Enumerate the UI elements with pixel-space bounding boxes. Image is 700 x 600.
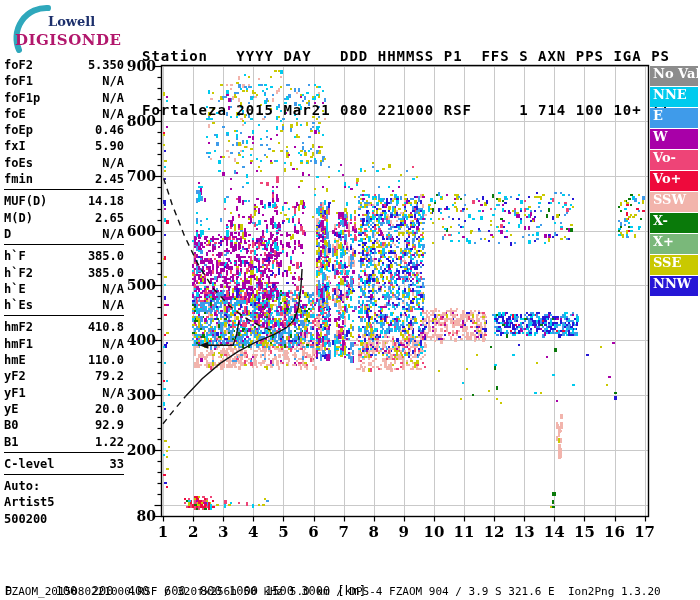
param-row: yF1N/A (4, 385, 124, 401)
param-value: N/A (102, 297, 124, 313)
param-label: fxI (4, 138, 26, 154)
param-label: D (4, 226, 11, 242)
param-label: foF1 (4, 73, 33, 89)
param-label: B0 (4, 417, 18, 433)
param-value: N/A (102, 155, 124, 171)
param-row: foF1pN/A (4, 90, 124, 106)
param-value: 410.8 (88, 319, 124, 335)
param-divider (4, 315, 124, 316)
param-label: Artist5 (4, 494, 55, 510)
color-legend: No ValNNEEWVo-Vo+SSWX-X+SSENNW (650, 66, 698, 297)
param-value: N/A (102, 226, 124, 242)
param-row: hmE110.0 (4, 352, 124, 368)
logo-digisonde-text: DIGISONDE (15, 31, 121, 49)
param-row: MUF(D)14.18 (4, 193, 124, 209)
param-divider (4, 189, 124, 190)
param-value: 5.90 (95, 138, 124, 154)
param-label: h`F (4, 248, 26, 264)
param-label: h`F2 (4, 265, 33, 281)
param-label: foE (4, 106, 26, 122)
param-label: foF1p (4, 90, 40, 106)
lowell-digisonde-logo: Lowell DIGISONDE (6, 4, 126, 54)
param-label: hmF1 (4, 336, 33, 352)
legend-item-NoVal: No Val (650, 66, 698, 86)
param-label: foF2 (4, 57, 33, 73)
param-value: 385.0 (88, 265, 124, 281)
legend-item-X-: X- (650, 213, 698, 233)
param-row: h`EsN/A (4, 297, 124, 313)
param-value: N/A (102, 106, 124, 122)
param-row: hmF2410.8 (4, 319, 124, 335)
param-value: N/A (102, 73, 124, 89)
param-row: h`F2385.0 (4, 265, 124, 281)
param-row: yE20.0 (4, 401, 124, 417)
param-label: h`E (4, 281, 26, 297)
param-label: MUF(D) (4, 193, 47, 209)
legend-item-SSW: SSW (650, 192, 698, 212)
param-row: foEp0.46 (4, 122, 124, 138)
param-row: hmF1N/A (4, 336, 124, 352)
param-label: hmF2 (4, 319, 33, 335)
param-value: 92.9 (95, 417, 124, 433)
param-row: foF1N/A (4, 73, 124, 89)
param-value: N/A (102, 385, 124, 401)
legend-item-NNE: NNE (650, 87, 698, 107)
legend-item-SSE: SSE (650, 255, 698, 275)
param-label: fmin (4, 171, 33, 187)
param-value: 20.0 (95, 401, 124, 417)
param-divider (4, 452, 124, 453)
param-row: B11.22 (4, 434, 124, 450)
legend-item-X+: X+ (650, 234, 698, 254)
header-line-1: Station YYYY DAY DDD HHMMSS P1 FFS S AXN… (142, 47, 670, 65)
param-row: fxI5.90 (4, 138, 124, 154)
param-row: B092.9 (4, 417, 124, 433)
param-row: foEsN/A (4, 155, 124, 171)
legend-item-Vo-: Vo- (650, 150, 698, 170)
param-label: B1 (4, 434, 18, 450)
param-row: DN/A (4, 226, 124, 242)
param-row: C-level33 (4, 456, 124, 472)
param-value: 79.2 (95, 368, 124, 384)
param-value: 385.0 (88, 248, 124, 264)
param-label: yE (4, 401, 18, 417)
param-row: foF25.350 (4, 57, 124, 73)
param-row: Auto: (4, 478, 124, 494)
param-row: h`EN/A (4, 281, 124, 297)
param-value: N/A (102, 281, 124, 297)
param-value: 2.45 (95, 171, 124, 187)
param-label: yF2 (4, 368, 26, 384)
param-divider (4, 244, 124, 245)
param-row: M(D)2.65 (4, 210, 124, 226)
param-label: foEs (4, 155, 33, 171)
param-label: M(D) (4, 210, 33, 226)
legend-item-W: W (650, 129, 698, 149)
param-value: N/A (102, 90, 124, 106)
param-label: yF1 (4, 385, 26, 401)
param-value: 0.46 (95, 122, 124, 138)
param-value: 5.350 (88, 57, 124, 73)
param-divider (4, 474, 124, 475)
param-value: 110.0 (88, 352, 124, 368)
parameters-panel: foF25.350foF1N/AfoF1pN/AfoEN/AfoEp0.46fx… (4, 57, 124, 527)
param-row: 500200 (4, 511, 124, 527)
param-value: N/A (102, 336, 124, 352)
file-info-line: FZAOM_2015080221000.RSF / 320fx256h 50 k… (5, 585, 661, 598)
station-header: Station YYYY DAY DDD HHMMSS P1 FFS S AXN… (142, 11, 670, 137)
param-value: 33 (110, 456, 124, 472)
param-row: yF279.2 (4, 368, 124, 384)
header-line-2: Fortaleza 2015 Mar21 080 221000 RSF 1 71… (142, 101, 670, 119)
legend-item-NNW: NNW (650, 276, 698, 296)
param-label: C-level (4, 456, 55, 472)
param-row: foEN/A (4, 106, 124, 122)
param-value: 1.22 (95, 434, 124, 450)
param-label: foEp (4, 122, 33, 138)
param-row: Artist5 (4, 494, 124, 510)
param-label: 500200 (4, 511, 47, 527)
param-value: 2.65 (95, 210, 124, 226)
param-label: Auto: (4, 478, 40, 494)
legend-item-Vo+: Vo+ (650, 171, 698, 191)
param-label: hmE (4, 352, 26, 368)
param-value: 14.18 (88, 193, 124, 209)
param-row: h`F385.0 (4, 248, 124, 264)
legend-item-E: E (650, 108, 698, 128)
